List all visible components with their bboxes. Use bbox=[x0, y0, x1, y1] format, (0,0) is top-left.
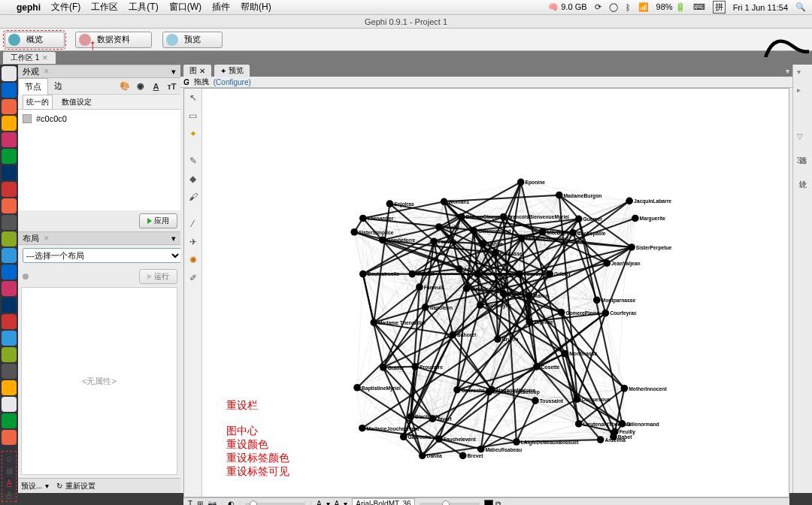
label-color-icon[interactable]: A bbox=[150, 80, 162, 92]
app-name[interactable]: gephi bbox=[17, 2, 41, 13]
workspace-tab-1[interactable]: 工作区 1✕ bbox=[3, 52, 56, 64]
dock-item[interactable] bbox=[2, 413, 17, 428]
label-color-swatch[interactable] bbox=[484, 500, 493, 505]
preset-label[interactable]: 预设... bbox=[21, 481, 42, 491]
dock-item[interactable] bbox=[2, 364, 17, 379]
pencil-tool[interactable]: ✐ bbox=[187, 272, 199, 284]
menu-window[interactable]: 窗口(W) bbox=[169, 1, 201, 14]
dock-item[interactable] bbox=[2, 116, 17, 131]
magic-select-tool[interactable]: ✦ bbox=[187, 128, 199, 140]
center-graph-button[interactable]: ⊙ bbox=[4, 453, 14, 464]
refresh-icon[interactable]: ↻ bbox=[56, 482, 62, 490]
close-icon[interactable]: ✕ bbox=[44, 234, 50, 242]
close-icon[interactable]: ✕ bbox=[199, 67, 205, 75]
tab-nodes[interactable]: 节点 bbox=[18, 78, 48, 95]
dock-item[interactable] bbox=[2, 265, 17, 280]
dock-item[interactable] bbox=[2, 331, 17, 346]
dock-item[interactable] bbox=[2, 248, 17, 263]
tab-graph[interactable]: 图✕ bbox=[183, 65, 211, 77]
close-icon[interactable]: ✕ bbox=[42, 54, 48, 62]
menu-tools[interactable]: 工具(T) bbox=[129, 1, 158, 14]
edge-tool[interactable]: ∕ bbox=[187, 218, 199, 230]
attr-icon[interactable]: ⧉ bbox=[495, 500, 501, 505]
menu-plugin[interactable]: 插件 bbox=[212, 1, 230, 14]
apply-button[interactable]: 应用 bbox=[139, 213, 177, 228]
run-layout-button[interactable]: 运行 bbox=[139, 269, 177, 284]
spotlight-icon[interactable]: 🔍 bbox=[795, 2, 806, 12]
reset-label-visible-button[interactable]: A bbox=[4, 489, 14, 500]
pointer-tool[interactable]: ↖ bbox=[187, 92, 199, 104]
ime-indicator[interactable]: 拼 bbox=[713, 1, 726, 14]
drag-tool[interactable]: 拖拽 bbox=[194, 77, 209, 87]
overview-button[interactable]: 概览 bbox=[5, 32, 65, 48]
menu-help[interactable]: 帮助(H) bbox=[241, 1, 271, 14]
toggle-label-icon[interactable]: T bbox=[188, 500, 192, 505]
preset-dropdown-icon[interactable]: ▾ bbox=[45, 482, 49, 490]
menu-icon[interactable]: ▾ bbox=[171, 67, 176, 77]
dock-item[interactable] bbox=[2, 99, 17, 114]
rect-select-tool[interactable]: ▭ bbox=[187, 110, 199, 122]
paint-tool[interactable]: 🖌 bbox=[187, 191, 199, 203]
subtab-unified[interactable]: 统一的 bbox=[23, 95, 53, 110]
menu-icon[interactable]: ▾ bbox=[797, 68, 809, 80]
tab-preview[interactable]: ✦预览 bbox=[214, 65, 250, 77]
circle-icon[interactable]: ◯ bbox=[609, 2, 618, 12]
screenshot-icon[interactable]: 📷 bbox=[208, 500, 217, 505]
appearance-panel-header[interactable]: 外观✕ ▾ bbox=[18, 65, 180, 78]
dock-item[interactable] bbox=[2, 149, 17, 164]
dock-item[interactable] bbox=[2, 347, 17, 362]
bluetooth-icon[interactable]: ᛒ bbox=[626, 3, 631, 12]
svg-line-659 bbox=[362, 322, 374, 428]
font-a2-icon[interactable]: A bbox=[335, 500, 340, 505]
sizer-tool[interactable]: ◆ bbox=[187, 173, 199, 185]
dock-item[interactable] bbox=[2, 198, 17, 213]
size-icon[interactable]: ◉ bbox=[135, 80, 146, 92]
tab-edges[interactable]: 边 bbox=[48, 78, 68, 94]
stats-icon[interactable]: Σ bbox=[797, 156, 809, 168]
font-a-icon[interactable]: A bbox=[317, 500, 322, 505]
dock-item[interactable] bbox=[2, 298, 17, 313]
graph-canvas[interactable]: EponineMadameBurgonJacquinLabarreEnjolra… bbox=[202, 89, 789, 497]
dock-item[interactable] bbox=[2, 380, 17, 395]
layout-panel-header[interactable]: 布局✕ ▾ bbox=[18, 231, 180, 245]
subtab-ranking[interactable]: 数值设定 bbox=[59, 95, 95, 109]
dock-item[interactable] bbox=[2, 182, 17, 197]
heatmap-tool[interactable]: ✺ bbox=[187, 254, 199, 266]
menu-file[interactable]: 文件(F) bbox=[51, 1, 80, 14]
color-row[interactable]: #c0c0c0 bbox=[18, 110, 180, 128]
expand-icon[interactable]: ▸ bbox=[797, 86, 809, 98]
preview-button[interactable]: 预览 bbox=[162, 32, 223, 48]
close-icon[interactable]: ✕ bbox=[44, 68, 50, 75]
dock-item[interactable] bbox=[2, 83, 17, 98]
toggle-edges-icon[interactable]: ⊞ bbox=[197, 500, 203, 505]
layout-select[interactable]: ---选择一个布局 bbox=[23, 248, 182, 263]
dock-item[interactable] bbox=[2, 281, 17, 296]
menu-icon[interactable]: ▾ bbox=[786, 67, 789, 75]
dock-item[interactable] bbox=[2, 165, 17, 180]
dock-item[interactable] bbox=[2, 397, 17, 412]
palette-icon[interactable]: 🎨 bbox=[119, 80, 130, 92]
dock-item[interactable] bbox=[2, 66, 17, 81]
dock-item[interactable] bbox=[2, 132, 17, 147]
label-size-icon[interactable]: тT bbox=[166, 80, 177, 92]
keyboard-icon[interactable]: ⌨ bbox=[693, 2, 705, 12]
configure-link[interactable]: (Configure) bbox=[214, 78, 251, 86]
color-swatch[interactable] bbox=[23, 114, 32, 123]
dock-item[interactable] bbox=[2, 215, 17, 230]
dock-item[interactable] bbox=[2, 430, 17, 445]
filter-icon[interactable]: ▽ bbox=[797, 132, 809, 144]
font-name[interactable]: Arial-BoldMT, 36 bbox=[352, 498, 414, 505]
dock-item[interactable] bbox=[2, 231, 17, 246]
shortest-path-tool[interactable]: ✈ bbox=[187, 236, 199, 248]
menu-workspace[interactable]: 工作区 bbox=[91, 1, 118, 14]
brush-tool[interactable]: ✎ bbox=[187, 155, 199, 167]
reset-color-button[interactable]: ▦ bbox=[4, 465, 14, 476]
sync-icon[interactable]: ⟳ bbox=[595, 2, 601, 12]
bg-color-icon[interactable]: ◐ bbox=[228, 500, 235, 505]
reset-settings[interactable]: 重新设置 bbox=[65, 481, 95, 491]
reset-label-color-button[interactable]: A bbox=[4, 477, 14, 488]
datalab-button[interactable]: 数据资料 bbox=[75, 32, 152, 48]
menu-icon[interactable]: ▾ bbox=[171, 234, 176, 243]
dock-item[interactable] bbox=[2, 314, 17, 329]
wifi-icon[interactable]: 📶 bbox=[638, 2, 649, 12]
